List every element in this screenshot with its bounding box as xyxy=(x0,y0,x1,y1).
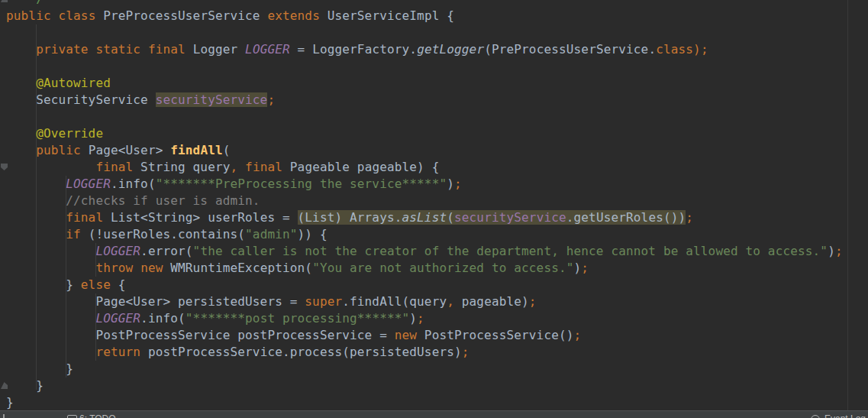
code-line: //checks if user is admin. xyxy=(6,193,843,209)
code-line xyxy=(6,109,843,125)
event-log-button[interactable]: Event Log xyxy=(824,411,866,418)
todo-tool-window-icon[interactable] xyxy=(67,415,77,418)
code-line: } xyxy=(6,361,843,377)
code-line: Page<User> persistedUsers = super.findAl… xyxy=(6,293,843,310)
right-margin-guide xyxy=(847,0,848,411)
code-line: @Override xyxy=(6,125,843,142)
code-line: if (!userRoles.contains("admin")) { xyxy=(6,226,843,243)
code-line: LOGGER.error("the caller is not the crea… xyxy=(6,243,843,260)
code-line xyxy=(6,24,843,41)
code-line: LOGGER.info("*******post processing*****… xyxy=(6,310,843,327)
code-area[interactable]: */public class PreProcessUserService ext… xyxy=(6,0,843,411)
code-line xyxy=(6,58,843,75)
code-line: } else { xyxy=(6,277,843,293)
code-line: } xyxy=(6,377,843,394)
tool-window-anchor-icon[interactable] xyxy=(3,414,5,418)
event-log-icon[interactable] xyxy=(811,415,820,418)
code-line: final List<String> userRoles = (List) Ar… xyxy=(6,209,843,226)
code-line: throw new WMRuntimeException("You are no… xyxy=(6,260,843,277)
code-line: final String query, final Pageable pagea… xyxy=(6,159,843,176)
todo-tool-window-button[interactable]: 6: TODO xyxy=(79,411,116,418)
code-line: public class PreProcessUserService exten… xyxy=(6,8,843,24)
code-editor[interactable]: */public class PreProcessUserService ext… xyxy=(0,0,868,411)
code-line: */ xyxy=(6,0,843,8)
code-line: public Page<User> findAll( xyxy=(6,142,843,159)
code-line: @Autowired xyxy=(6,75,843,92)
code-line: PostProcessService postProcessService = … xyxy=(6,327,843,344)
code-line: SecurityService securityService; xyxy=(6,92,843,109)
code-line: LOGGER.info("*******PreProcessing the se… xyxy=(6,176,843,193)
code-line: private static final Logger LOGGER = Log… xyxy=(6,41,843,58)
status-bar: 6: TODO Event Log xyxy=(0,410,868,418)
code-line: } xyxy=(6,394,843,411)
code-line: return postProcessService.process(persis… xyxy=(6,344,843,361)
